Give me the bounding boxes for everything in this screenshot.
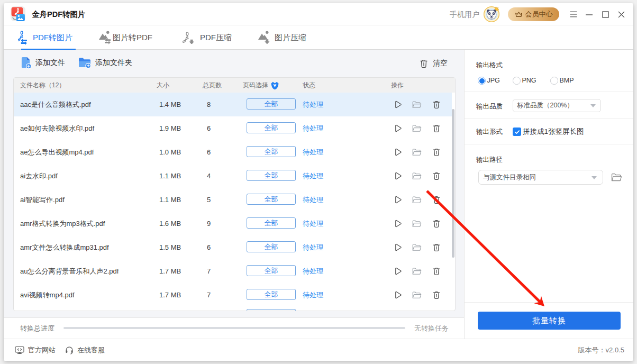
app-window: 金舟PDF转图片 手机用户 会员中心 (4, 3, 633, 361)
table-row[interactable]: avi视频转mp4.pdf 1.7 MB 7 全部 待处理 (14, 283, 452, 307)
output-quality-label: 输出品质 (476, 102, 503, 111)
tab-image-compress[interactable]: 图片压缩 (258, 25, 306, 50)
play-convert-icon[interactable] (393, 100, 402, 110)
cell-status: 待处理 (303, 116, 323, 140)
cell-pages: 6 (207, 140, 211, 164)
play-convert-icon[interactable] (393, 243, 402, 252)
table-row[interactable]: amr格式转换为mp3格式.pdf 1.6 MB 9 全部 待处理 (14, 212, 452, 235)
minimize-button[interactable] (582, 3, 596, 25)
pdf-compress-icon (183, 31, 195, 44)
radio-png[interactable]: PNG (513, 77, 550, 85)
trash-icon (433, 291, 440, 299)
play-convert-icon[interactable] (393, 124, 402, 133)
cell-size: 1.9 MB (159, 116, 181, 140)
delete-file-icon[interactable] (432, 243, 441, 252)
table-row[interactable]: ai去水印.pdf 1.1 MB 4 全部 待处理 (14, 164, 452, 188)
delete-file-icon[interactable] (432, 219, 441, 229)
page-select-button[interactable]: 全部 (247, 194, 296, 205)
play-convert-icon[interactable] (393, 148, 402, 157)
add-folder-button[interactable]: 添加文件夹 (78, 57, 132, 69)
online-support-link[interactable]: 在线客服 (65, 339, 105, 361)
delete-file-icon[interactable] (432, 267, 441, 276)
play-convert-icon[interactable] (393, 290, 402, 300)
table-row[interactable]: ae怎么导出视频mp4.pdf 1.0 MB 6 全部 待处理 (14, 140, 452, 164)
open-folder-icon[interactable] (412, 290, 422, 300)
play-icon (394, 267, 402, 276)
open-folder-icon[interactable] (412, 148, 422, 157)
tab-pdf-compress[interactable]: PDF压缩 (183, 25, 232, 50)
table-scrollbar[interactable] (452, 109, 454, 258)
open-folder-icon[interactable] (412, 243, 422, 252)
official-website-link[interactable]: 官方网站 (15, 339, 56, 361)
trash-icon (433, 196, 440, 204)
clear-button[interactable]: 清空 (420, 59, 448, 68)
table-row[interactable]: ai智能写作.pdf 1.1 MB 5 全部 待处理 (14, 188, 452, 212)
menu-button[interactable] (567, 3, 580, 25)
delete-file-icon[interactable] (432, 148, 441, 157)
title-bar: 金舟PDF转图片 手机用户 会员中心 (4, 3, 633, 25)
delete-file-icon[interactable] (432, 290, 441, 300)
maximize-button[interactable] (598, 3, 612, 25)
dropdown-caret-icon (592, 176, 597, 179)
output-path-label: 输出路径 (476, 156, 503, 165)
radio-jpg[interactable]: JPG (478, 77, 513, 85)
user-avatar[interactable] (483, 5, 501, 23)
stitch-checkbox-row[interactable]: 拼接成1张竖屏长图 (513, 127, 584, 136)
delete-file-icon[interactable] (432, 195, 441, 205)
tab-bar: PDF转图片 图片转PDF PDF压缩 (4, 25, 633, 50)
play-convert-icon[interactable] (393, 219, 402, 229)
page-select-button[interactable]: 全部 (247, 289, 296, 300)
page-select-button[interactable]: 全部 (247, 265, 296, 276)
page-select-button[interactable]: 全部 (247, 217, 296, 229)
tab-pdf-to-image[interactable]: PDF转图片 (18, 25, 72, 50)
delete-file-icon[interactable] (432, 100, 441, 110)
cell-size: 1.1 MB (159, 188, 181, 212)
folder-open-icon (412, 243, 422, 252)
trash-icon (433, 267, 440, 276)
open-folder-icon[interactable] (412, 100, 422, 110)
quality-value: 标准品质（200%） (517, 99, 574, 112)
vip-center-button[interactable]: 会员中心 (508, 7, 559, 21)
checkbox-checked-icon[interactable] (513, 128, 521, 136)
folder-open-icon (412, 101, 422, 109)
play-convert-icon[interactable] (393, 267, 402, 276)
page-select-button[interactable]: 全部 (247, 146, 296, 157)
batch-convert-button[interactable]: 批量转换 (478, 312, 621, 330)
crown-icon (515, 11, 523, 18)
table-row[interactable]: aac是什么音频格式.pdf 1.4 MB 8 全部 待处理 (14, 93, 452, 116)
path-dropdown[interactable]: 与源文件目录相同 (478, 170, 603, 185)
table-row[interactable]: au怎么分离背景音乐和人声2.pdf 1.7 MB 7 全部 待处理 (14, 259, 452, 283)
open-folder-icon[interactable] (412, 195, 422, 205)
table-row[interactable]: ae如何去除视频水印.pdf 1.9 MB 6 全部 待处理 (14, 116, 452, 140)
open-folder-icon[interactable] (412, 219, 422, 229)
cell-file-name: au怎么分离背景音乐和人声2.pdf (20, 259, 119, 283)
play-convert-icon[interactable] (393, 171, 402, 181)
page-select-button[interactable]: 全部 (247, 122, 296, 133)
page-select-button[interactable]: 全部 (247, 170, 296, 181)
delete-file-icon[interactable] (432, 171, 441, 181)
table-row[interactable]: amr文件怎么转换成mp31.pdf 1.5 MB 6 全部 待处理 (14, 235, 452, 259)
close-button[interactable] (614, 3, 628, 25)
play-convert-icon[interactable] (393, 195, 402, 205)
cell-file-name: ae怎么导出视频mp4.pdf (20, 140, 94, 164)
quality-dropdown[interactable]: 标准品质（200%） (513, 99, 601, 112)
folder-open-icon (412, 124, 422, 133)
stitch-checkbox-label: 拼接成1张竖屏长图 (523, 127, 584, 136)
tab-image-to-pdf[interactable]: 图片转PDF (99, 25, 152, 50)
open-folder-icon[interactable] (412, 124, 422, 133)
open-folder-icon[interactable] (412, 171, 422, 181)
user-name[interactable]: 手机用户 (450, 3, 479, 25)
page-select-button[interactable]: 全部 (247, 241, 296, 252)
radio-bmp[interactable]: BMP (550, 77, 574, 85)
add-file-button[interactable]: 添加文件 (21, 57, 65, 69)
file-list-area: 添加文件 添加文件夹 清空 文件 (4, 50, 464, 339)
open-folder-icon[interactable] (412, 267, 422, 276)
radio-bmp-circle (550, 77, 558, 85)
page-select-button[interactable]: 全部 (247, 98, 296, 110)
output-format-options: JPG PNG BMP (478, 77, 574, 85)
browse-folder-button[interactable] (610, 171, 623, 184)
dropdown-caret-icon (590, 104, 596, 107)
delete-file-icon[interactable] (432, 124, 441, 133)
cell-status: 待处理 (303, 188, 323, 212)
next-row-peek (247, 309, 296, 311)
